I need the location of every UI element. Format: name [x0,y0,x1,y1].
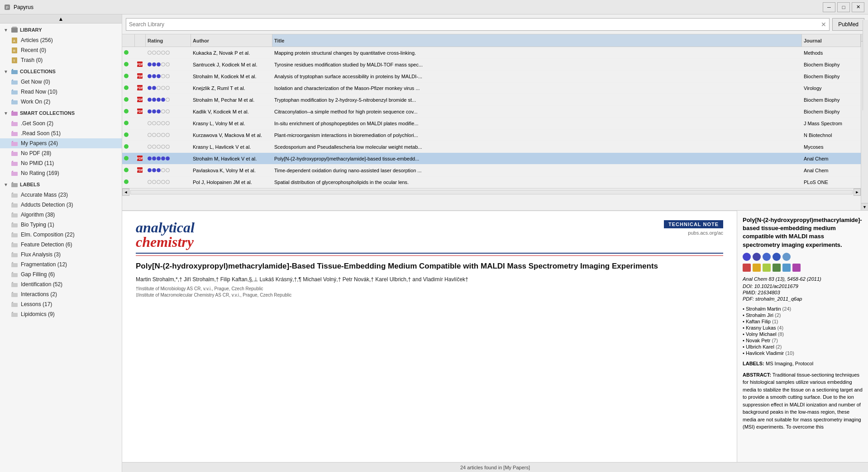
table-row[interactable]: Kurzawova V, Mackova M et al.Plant-micro… [122,129,861,141]
minimize-button[interactable]: ─ [823,2,835,12]
row-title: Analysis of tryptophan surface accessibi… [272,73,802,80]
detail-author-item[interactable]: • Krasny Lukas (4) [743,325,863,330]
col-journal[interactable]: Journal [802,34,861,47]
row-status [122,143,135,151]
row-rating[interactable] [146,156,191,161]
sidebar-item-readsoon[interactable]: .Read Soon (51) [0,128,122,138]
sidebar-item-workon[interactable]: Work On (2) [0,97,122,107]
sidebar-item-featuredetection[interactable]: Feature Detection (6) [0,240,122,250]
svg-rect-50 [11,273,18,277]
detail-author-item[interactable]: • Strohalm Jiri (2) [743,312,863,318]
labels-section: ▼ LABELS Accurate Mass (23) Adducts Dete… [0,179,122,319]
svg-text:P: P [6,5,9,10]
detail-author-item[interactable]: • Novak Petr (7) [743,338,863,343]
collections-header[interactable]: ▼ COLLECTIONS [0,66,122,77]
table-row[interactable]: PDFStrohalm M, Kodicek M et al.Analysis … [122,71,861,82]
table-row[interactable]: PDFSantrucek J, Kodicek M et al.Tyrosine… [122,59,861,71]
row-pdf [135,181,146,183]
detail-author-item[interactable]: • Ulbrich Karel (2) [743,344,863,349]
sidebar-item-identification[interactable]: Identification (52) [0,279,122,289]
label-icon-lipidomics [11,311,18,318]
smart-collections-header[interactable]: ▼ SMART COLLECTIONS [0,108,122,118]
table-row[interactable]: Pol J, Holopainen JM et al.Spatial distr… [122,176,861,188]
sidebar-item-biotyping[interactable]: Bio Typing (1) [0,220,122,230]
smart-folder-nopdf [11,150,18,157]
row-rating[interactable] [146,61,191,67]
sidebar-item-fragmentation[interactable]: Fragmentation (12) [0,260,122,269]
svg-text:PDF: PDF [137,86,143,90]
svg-rect-48 [11,263,18,267]
row-rating[interactable] [146,50,191,56]
sidebar-item-gapfilling[interactable]: Gap Filling (6) [0,269,122,279]
table-row[interactable]: PDFKnejzlik Z, Ruml T et al.Isolation an… [122,82,861,94]
search-input[interactable] [129,21,821,28]
sidebar-item-nopmid[interactable]: No PMID (11) [0,158,122,168]
smart-folder-readsoon [11,130,18,137]
col-rating[interactable]: Rating [146,34,191,47]
sidebar-item-mypapers[interactable]: My Papers (24) [0,138,122,148]
row-journal: J Mass Spectrom [802,120,861,127]
svg-rect-46 [11,253,18,257]
table-row[interactable]: Kukacka Z, Novak P et al.Mapping protein… [122,47,861,59]
row-rating[interactable] [146,109,191,114]
sidebar-item-accuratemass[interactable]: Accurate Mass (23) [0,190,122,200]
sidebar-item-trash[interactable]: T Trash (0) [0,55,122,65]
table-row[interactable]: PDFPavlaskova K, Volny M et al.Time-depe… [122,165,861,176]
detail-author-item[interactable]: • Strohalm Martin (24) [743,306,863,312]
detail-color-square [743,264,751,272]
sidebar-item-nopdf[interactable]: No PDF (28) [0,148,122,158]
pubmed-button[interactable]: PubMed [832,18,864,31]
acs-url: pubs.acs.org/ac [664,230,723,236]
row-rating[interactable] [146,120,191,126]
row-rating[interactable] [146,97,191,103]
detail-author-item[interactable]: • Kaftan Filip (1) [743,319,863,324]
search-clear-icon[interactable]: ✕ [821,21,826,28]
scroll-right-btn[interactable]: ► [854,189,861,196]
sidebar-item-algorithm[interactable]: Algorithm (38) [0,210,122,220]
close-button[interactable]: ✕ [852,2,864,12]
table-row[interactable]: PDFKadlik V, Kodicek M et al.Citraconyla… [122,106,861,118]
sidebar-item-articles[interactable]: A Articles (256) [0,35,122,45]
row-rating[interactable] [146,73,191,79]
svg-marker-39 [11,212,13,213]
sidebar-item-elmcomp[interactable]: Elm. Composition (22) [0,230,122,240]
label-icon-interactions [11,291,18,298]
table-row[interactable]: Krasny L, Havlicek V et al.Scedosporium … [122,141,861,153]
row-rating[interactable] [146,167,191,173]
table-row[interactable]: PDFStrohalm M, Havlicek V et al.Poly[N-(… [122,153,861,165]
sidebar-item-readnow[interactable]: Read Now (10) [0,87,122,97]
row-rating[interactable] [146,85,191,91]
library-header[interactable]: ▼ LIBRARY [0,24,122,35]
col-author[interactable]: Author [191,34,272,47]
table-row[interactable]: PDFStrohalm M, Pechar M et al.Tryptophan… [122,94,861,106]
search-bar[interactable]: ✕ [126,18,830,31]
row-rating[interactable] [146,132,191,138]
h-scroll-track[interactable] [130,190,853,194]
maximize-button[interactable]: □ [837,2,850,12]
row-status [122,61,135,68]
sidebar-item-getsoon[interactable]: .Get Soon (2) [0,118,122,128]
scroll-left-btn[interactable]: ◄ [122,189,129,196]
table-header: Rating Author Title Journal [122,34,861,47]
labels-header[interactable]: ▼ LABELS [0,179,122,190]
color-dots-row2 [743,264,863,272]
sidebar-item-lessons[interactable]: Lessons (17) [0,299,122,309]
row-rating[interactable] [146,179,191,185]
row-rating[interactable] [146,144,191,150]
sidebar-item-lipidomics[interactable]: Lipidomics (9) [0,309,122,319]
detail-author-item[interactable]: • Volny Michael (8) [743,331,863,337]
svg-rect-12 [11,80,18,85]
sidebar-item-getnow[interactable]: Get Now (0) [0,77,122,87]
sidebar-item-adducts[interactable]: Adducts Detection (3) [0,200,122,210]
scroll-down-btn[interactable]: ▼ [861,203,868,210]
row-author: Strohalm M, Kodicek M et al. [191,73,272,80]
detail-author-item[interactable]: • Havlicek Vladimir (10) [743,350,863,356]
sidebar-scroll-up[interactable]: ▲ [0,14,122,24]
preview-area: analytical chemistry TECHNICAL NOTE pubs… [122,211,737,462]
sidebar-item-recent[interactable]: R Recent (0) [0,45,122,55]
sidebar-item-norating[interactable]: No Rating (169) [0,168,122,178]
sidebar-item-fluxanalysis[interactable]: Flux Analysis (3) [0,250,122,260]
sidebar-item-interactions[interactable]: Interactions (2) [0,289,122,299]
table-row[interactable]: Krasny L, Volny M et al.In-situ enrichme… [122,118,861,129]
col-title[interactable]: Title [272,34,802,47]
